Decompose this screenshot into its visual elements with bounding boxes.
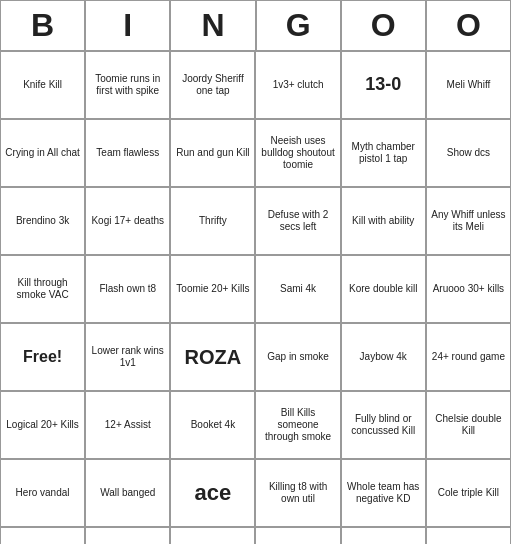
table-row: Defuse with 2 secs left: [255, 187, 340, 255]
table-row: Eco ace: [255, 527, 340, 544]
header-b: B: [0, 0, 85, 51]
table-row: Joordy Sheriff one tap: [170, 51, 255, 119]
table-row: Booket 4k: [170, 391, 255, 459]
table-row: Flash own t8: [85, 255, 170, 323]
bingo-grid: Knife KillToomie runs in first with spik…: [0, 51, 511, 544]
table-row: Meli Whiff: [426, 51, 511, 119]
table-row: 24+ round game: [426, 323, 511, 391]
table-row: Whole team has negative KD: [341, 459, 426, 527]
header-i: I: [85, 0, 170, 51]
table-row: Toomie runs in first with spike: [85, 51, 170, 119]
table-row: Toomie 20+ Kills: [170, 255, 255, 323]
table-row: Brendino 3k: [0, 187, 85, 255]
table-row: Wall banged: [85, 459, 170, 527]
table-row: Jaybow 4k: [341, 323, 426, 391]
table-row: Aruooo 30+ kills: [426, 255, 511, 323]
table-row: Bottom frag duelist: [0, 527, 85, 544]
table-row: Killing t8 with own util: [255, 459, 340, 527]
header-o2: O: [426, 0, 511, 51]
table-row: Cole triple Kill: [426, 459, 511, 527]
table-row: 35+ Kills by anyone: [341, 527, 426, 544]
table-row: Myth chamber pistol 1 tap: [341, 119, 426, 187]
table-row: Comeback win: [170, 527, 255, 544]
table-row: Knife Kill: [0, 51, 85, 119]
table-row: Crying in All chat: [0, 119, 85, 187]
table-row: 1v3+ clutch: [255, 51, 340, 119]
table-row: 9-3 curse: [85, 527, 170, 544]
table-row: Kore double kill: [341, 255, 426, 323]
table-row: Free!: [0, 323, 85, 391]
table-row: Run and gun Kill: [170, 119, 255, 187]
table-row: Sami 4k: [255, 255, 340, 323]
table-row: Logical 20+ Kills: [0, 391, 85, 459]
table-row: 12+ Assist: [85, 391, 170, 459]
table-row: Hero vandal: [0, 459, 85, 527]
table-row: Kill with ability: [341, 187, 426, 255]
table-row: Team flawless: [85, 119, 170, 187]
table-row: Show dcs: [426, 119, 511, 187]
bingo-header: B I N G O O: [0, 0, 511, 51]
table-row: Any Whiff unless its Meli: [426, 187, 511, 255]
table-row: Lower rank wins 1v1: [85, 323, 170, 391]
table-row: Kogi 17+ deaths: [85, 187, 170, 255]
table-row: Gap in smoke: [255, 323, 340, 391]
table-row: Neeish uses bulldog shoutout toomie: [255, 119, 340, 187]
table-row: Kill through smoke VAC: [0, 255, 85, 323]
table-row: Thrifty: [170, 187, 255, 255]
table-row: Chelsie double Kill: [426, 391, 511, 459]
header-n: N: [170, 0, 255, 51]
table-row: Bill Kills someone through smoke: [255, 391, 340, 459]
table-row: Fully blind or concussed Kill: [341, 391, 426, 459]
header-o1: O: [341, 0, 426, 51]
table-row: ROZA: [170, 323, 255, 391]
table-row: ace: [170, 459, 255, 527]
table-row: 13-0: [341, 51, 426, 119]
header-g: G: [256, 0, 341, 51]
table-row: 2 HS Sheriff Kills in 1 round: [426, 527, 511, 544]
